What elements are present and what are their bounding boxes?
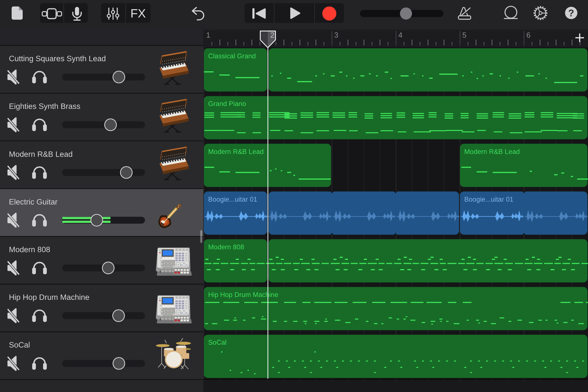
svg-text:2: 2 (270, 31, 274, 39)
svg-text:Modern R&B Lead: Modern R&B Lead (464, 148, 520, 155)
svg-text:Boogie...uitar 01: Boogie...uitar 01 (464, 196, 513, 203)
svg-text:Electric Guitar: Electric Guitar (9, 198, 58, 206)
svg-text:Classical Grand: Classical Grand (208, 52, 256, 60)
svg-text:Boogie...uitar 01: Boogie...uitar 01 (208, 196, 257, 203)
svg-text:4: 4 (398, 31, 402, 39)
svg-text:1: 1 (206, 31, 210, 39)
svg-text:SoCal: SoCal (208, 339, 227, 346)
svg-text:5: 5 (462, 31, 466, 39)
svg-text:Grand Piano: Grand Piano (208, 100, 246, 107)
svg-text:Eighties Synth Brass: Eighties Synth Brass (9, 102, 80, 111)
svg-text:6: 6 (526, 31, 530, 39)
svg-text:3: 3 (334, 31, 338, 39)
svg-text:Hip Hop Drum Machine: Hip Hop Drum Machine (9, 293, 90, 302)
svg-text:Modern R&B Lead: Modern R&B Lead (208, 148, 264, 155)
svg-text:Cutting Squares Synth Lead: Cutting Squares Synth Lead (9, 54, 106, 63)
svg-text:FX: FX (130, 7, 146, 20)
svg-text:Modern 808: Modern 808 (208, 243, 244, 251)
svg-text:SoCal: SoCal (9, 341, 30, 349)
svg-text:?: ? (568, 8, 574, 19)
svg-text:Modern 808: Modern 808 (9, 245, 50, 254)
svg-text:Modern R&B Lead: Modern R&B Lead (9, 150, 73, 159)
